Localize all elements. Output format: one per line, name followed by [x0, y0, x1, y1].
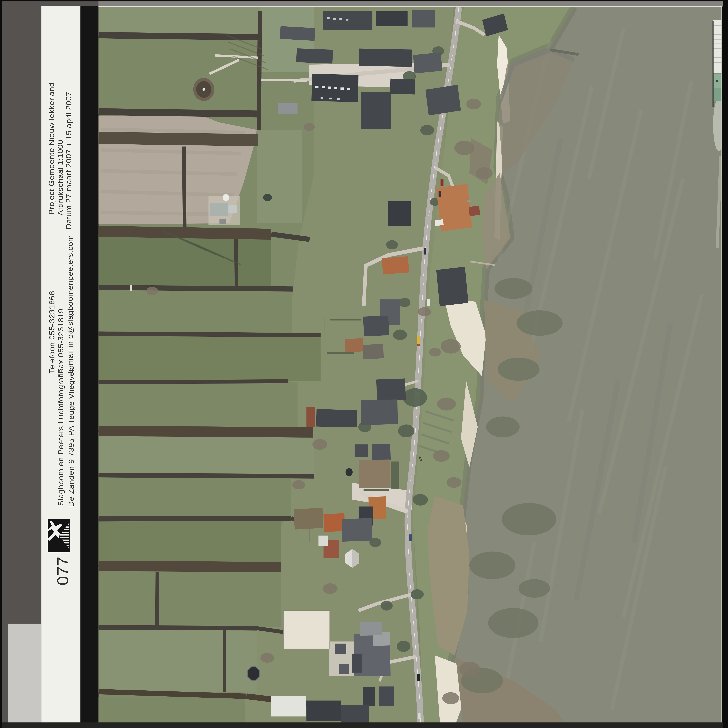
reed-brush — [517, 310, 563, 336]
building — [294, 508, 323, 529]
building — [376, 11, 408, 26]
building — [306, 407, 315, 427]
tree — [393, 329, 407, 340]
field — [98, 432, 314, 475]
tree — [381, 601, 393, 611]
strip-company-address: De Zanden 9 7395 PA Teuge Vliegveld — [67, 365, 75, 507]
vehicle — [467, 200, 471, 202]
building — [425, 85, 461, 115]
building — [391, 462, 399, 489]
field — [98, 476, 291, 518]
scanner-mat-top-light — [98, 2, 723, 6]
vehicle — [417, 344, 420, 346]
building — [278, 103, 297, 113]
vehicle — [417, 674, 420, 681]
strip-schaal-line: Afdrukschaal 1:1000 — [56, 140, 64, 216]
airplane-logo-icon — [47, 519, 70, 552]
building — [316, 409, 357, 427]
corner-paper-patch — [8, 624, 41, 726]
ditch — [98, 288, 293, 289]
farm-yard — [283, 611, 330, 649]
building-detail — [346, 468, 353, 476]
tree — [418, 307, 431, 316]
tree — [397, 641, 410, 652]
strip-company-name: Slagboom en Peeters Luchtfotografie — [57, 369, 65, 506]
tree — [447, 477, 461, 488]
strip-project-line: Project Gemeente Nieuw lekkerland — [47, 82, 55, 215]
ditch — [98, 518, 291, 519]
tree — [403, 388, 427, 407]
vehicle — [420, 459, 422, 462]
vehicle — [440, 179, 444, 186]
strip-telefoon-line: Telefoon 055-3231868 — [48, 291, 56, 374]
building — [376, 378, 406, 401]
tree — [429, 348, 441, 356]
building — [280, 26, 315, 41]
tree — [459, 662, 480, 677]
fence-line — [330, 319, 361, 321]
building-detail — [340, 87, 344, 90]
ditch — [98, 475, 314, 476]
reed-brush — [486, 416, 520, 437]
building — [296, 48, 333, 64]
vehicle — [419, 456, 421, 459]
building — [363, 344, 384, 359]
film-black-band — [81, 6, 99, 723]
ditch — [98, 35, 259, 37]
building — [341, 705, 369, 723]
field — [98, 628, 257, 692]
ditch — [98, 138, 258, 140]
ditch — [98, 431, 313, 433]
tree — [312, 439, 327, 450]
scanner-mat-left — [2, 2, 41, 723]
tree — [411, 589, 424, 600]
ditch — [98, 231, 271, 234]
building-detail — [340, 18, 342, 20]
building — [345, 338, 363, 352]
tree — [454, 141, 474, 155]
field — [98, 335, 320, 381]
ditch — [98, 381, 288, 382]
field — [98, 697, 245, 723]
tree — [413, 494, 428, 506]
field — [98, 235, 271, 288]
building-detail — [347, 88, 350, 90]
tree — [440, 339, 461, 353]
ship — [716, 80, 718, 82]
ditch — [184, 147, 185, 230]
building — [363, 687, 375, 706]
ditch — [98, 334, 320, 335]
building — [271, 696, 306, 716]
reed-brush — [488, 608, 538, 638]
aerial-photo — [98, 7, 725, 723]
tree — [146, 287, 158, 295]
ditch — [224, 629, 225, 691]
vehicle — [439, 191, 441, 197]
photo-edge — [721, 7, 722, 723]
ditch — [98, 112, 259, 114]
building — [361, 92, 391, 129]
building-detail — [130, 285, 132, 291]
building-detail — [337, 98, 340, 100]
ditch — [98, 627, 257, 628]
building-detail — [223, 194, 229, 201]
scan-bottom-band — [2, 722, 723, 728]
vehicle — [424, 248, 426, 254]
building — [390, 79, 415, 95]
vehicle — [417, 336, 420, 345]
building — [306, 700, 341, 721]
building — [388, 201, 411, 226]
road — [262, 80, 307, 81]
vehicle — [418, 713, 421, 719]
field — [257, 130, 302, 223]
tree — [437, 398, 456, 411]
building — [435, 219, 444, 226]
building — [359, 459, 390, 488]
tree — [476, 167, 492, 179]
fence-line — [364, 489, 389, 491]
building — [372, 444, 391, 461]
tree — [260, 653, 274, 663]
photo-number: 077 — [54, 557, 72, 586]
building — [318, 535, 327, 546]
building — [228, 205, 237, 213]
